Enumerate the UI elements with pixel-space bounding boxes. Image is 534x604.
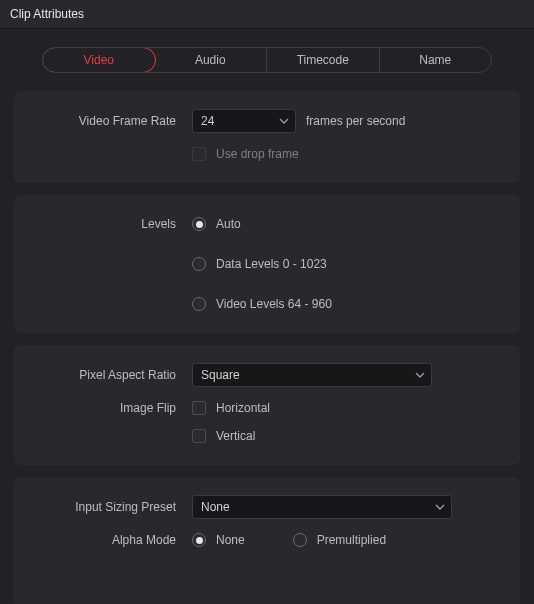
dialog-content: Video Audio Timecode Name Video Frame Ra… <box>0 29 534 604</box>
alpha-label: Alpha Mode <box>32 533 192 547</box>
alpha-radio-none[interactable] <box>192 533 206 547</box>
tab-video[interactable]: Video <box>42 47 156 73</box>
sizing-value: None <box>201 500 230 514</box>
panel-levels: Levels Auto Data Levels 0 - 1023 Video L… <box>14 195 520 333</box>
frame-rate-select[interactable]: 24 <box>192 109 296 133</box>
flip-vertical-label: Vertical <box>216 429 255 443</box>
frame-rate-suffix: frames per second <box>306 114 405 128</box>
flip-horizontal-label: Horizontal <box>216 401 270 415</box>
flip-horizontal-checkbox[interactable] <box>192 401 206 415</box>
frame-rate-value: 24 <box>201 114 214 128</box>
levels-option-video: Video Levels 64 - 960 <box>216 297 332 311</box>
chevron-down-icon <box>415 372 425 378</box>
frame-rate-label: Video Frame Rate <box>32 114 192 128</box>
aspect-select[interactable]: Square <box>192 363 432 387</box>
levels-label: Levels <box>32 217 192 231</box>
drop-frame-label: Use drop frame <box>216 147 299 161</box>
flip-label: Image Flip <box>32 401 192 415</box>
flip-vertical-checkbox[interactable] <box>192 429 206 443</box>
aspect-label: Pixel Aspect Ratio <box>32 368 192 382</box>
alpha-option-none: None <box>216 533 245 547</box>
window-title: Clip Attributes <box>0 0 534 29</box>
tab-timecode[interactable]: Timecode <box>267 48 380 72</box>
levels-radio-auto[interactable] <box>192 217 206 231</box>
tab-audio[interactable]: Audio <box>155 48 268 72</box>
sizing-label: Input Sizing Preset <box>32 500 192 514</box>
alpha-option-premultiplied: Premultiplied <box>317 533 386 547</box>
tab-name[interactable]: Name <box>380 48 492 72</box>
panel-sizing-alpha: Input Sizing Preset None Alpha Mode None <box>14 477 520 604</box>
chevron-down-icon <box>279 118 289 124</box>
chevron-down-icon <box>435 504 445 510</box>
drop-frame-checkbox <box>192 147 206 161</box>
tab-bar: Video Audio Timecode Name <box>42 47 492 73</box>
levels-option-auto: Auto <box>216 217 241 231</box>
sizing-select[interactable]: None <box>192 495 452 519</box>
alpha-radio-premultiplied[interactable] <box>293 533 307 547</box>
levels-radio-data[interactable] <box>192 257 206 271</box>
panel-frame-rate: Video Frame Rate 24 frames per second Us… <box>14 91 520 183</box>
levels-option-data: Data Levels 0 - 1023 <box>216 257 327 271</box>
levels-radio-video[interactable] <box>192 297 206 311</box>
panel-aspect: Pixel Aspect Ratio Square Image Flip Hor… <box>14 345 520 465</box>
aspect-value: Square <box>201 368 240 382</box>
